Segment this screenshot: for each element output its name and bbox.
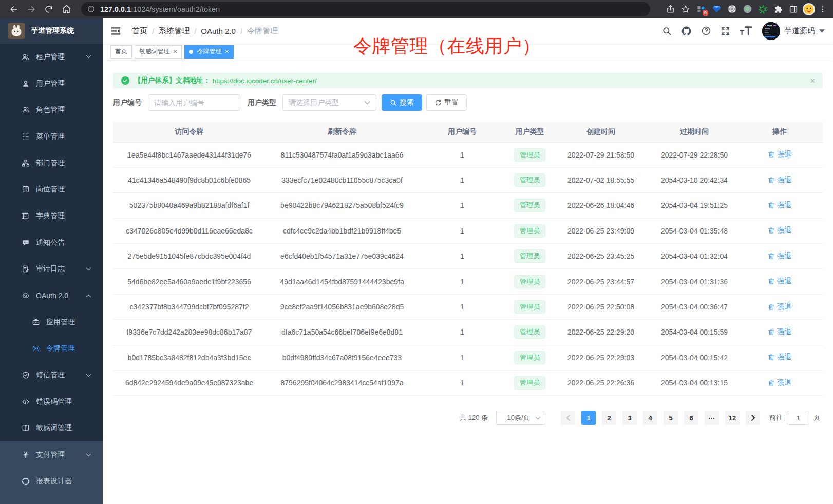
page-button-4[interactable]: 4 [643,411,657,425]
tab-1[interactable]: 敏感词管理✕ [135,45,182,59]
reset-button[interactable]: 重置 [426,94,467,111]
sidebar-item-14[interactable]: 敏感词管理 [0,415,103,442]
browser-menu-icon[interactable] [817,2,829,16]
user-caret-down-icon [819,29,825,33]
site-info-icon[interactable] [87,5,95,13]
refresh-token-cell: dfa6c71a50a54c66bef706ef9e6e8d81 [266,320,419,345]
user-type-badge: 管理员 [514,275,545,288]
sidebar-item-9[interactable]: OAuth 2.0 [0,282,103,309]
user-id-input[interactable] [148,94,240,111]
user-id-input-field[interactable] [154,99,234,107]
github-icon[interactable] [681,26,692,36]
tab-2[interactable]: 令牌管理✕ [184,45,233,59]
tab-close-icon[interactable]: ✕ [224,49,229,54]
page-button-5[interactable]: 5 [664,411,678,425]
access-token-cell: f9336e7c7dd242a283ee98dc86b17a87 [113,320,266,345]
user-menu[interactable]: 芋道源码 [762,22,825,40]
header-search-icon[interactable] [662,26,672,36]
user-type-badge: 管理员 [514,325,545,339]
breadcrumb-item-1[interactable]: 系统管理 [159,26,190,36]
sidebar-item-5[interactable]: 岗位管理 [0,176,103,203]
sidebar-item-2[interactable]: 角色管理 [0,96,103,123]
breadcrumb-separator: / [152,27,154,35]
alert-close-icon[interactable]: ✕ [810,77,816,85]
breadcrumb-item-2[interactable]: OAuth 2.0 [201,27,236,35]
extension-password-manager-icon[interactable]: 9 [693,2,709,16]
sidebar-item-7[interactable]: 通知公告 [0,229,103,256]
side-panel-icon[interactable] [786,2,801,16]
column-header-4: 创建时间 [554,122,648,142]
sidebar-item-1[interactable]: 用户管理 [0,70,103,97]
browser-home-icon[interactable] [58,2,75,16]
page-button-1[interactable]: 1 [581,411,596,425]
org-tree-icon [22,159,30,167]
sidebar-item-4[interactable]: 部门管理 [0,150,103,177]
pager-more-button[interactable]: ··· [705,411,719,425]
sidebar-collapse-icon[interactable] [111,27,125,35]
column-header-1: 刷新令牌 [266,122,419,142]
force-logout-button[interactable]: 强退 [768,378,791,387]
goto-page-input-field[interactable] [787,411,809,424]
tab-0[interactable]: 首页 [110,45,132,59]
dict-book-icon [22,212,30,220]
font-size-icon[interactable] [740,26,752,36]
prev-page-button[interactable] [561,411,575,425]
page-button-12[interactable]: 12 [725,411,740,425]
alert-doc-link[interactable]: https://doc.iocoder.cn/user-center/ [213,77,317,85]
force-logout-button[interactable]: 强退 [768,353,791,362]
force-logout-button[interactable]: 强退 [768,277,791,286]
page-button-2[interactable]: 2 [602,411,616,425]
sidebar-item-3[interactable]: 菜单管理 [0,123,103,150]
extensions-puzzle-icon[interactable] [770,2,786,16]
force-logout-button[interactable]: 强退 [768,327,791,337]
browser-forward-icon[interactable] [23,2,40,16]
page-button-3[interactable]: 3 [622,411,637,425]
help-icon[interactable] [701,26,711,36]
browser-reload-icon[interactable] [40,2,58,16]
user-type-select[interactable]: 请选择用户类型 [282,94,376,111]
page-size-select[interactable]: 10条/页 [496,411,545,425]
breadcrumb-item-0[interactable]: 首页 [132,26,147,36]
sidebar-item-16[interactable]: 报表设计器 [0,468,103,495]
force-logout-button[interactable]: 强退 [768,302,791,312]
sidebar-item-0[interactable]: 租户管理 [0,44,103,70]
access-token-cell: 502375b8040a469a9b82188afdf6af1f [113,193,266,218]
force-logout-button[interactable]: 强退 [768,150,791,159]
table-gutter [819,371,823,396]
share-icon[interactable] [662,2,678,16]
sidebar-item-11[interactable]: 令牌管理 [0,336,103,362]
sidebar-item-12[interactable]: 短信管理 [0,362,103,389]
sidebar-item-13[interactable]: 错误码管理 [0,389,103,415]
app-logo[interactable]: 芋道管理系统 [0,18,103,44]
extension-command-icon[interactable] [724,2,740,16]
user-type-cell: 管理员 [506,193,554,218]
tab-close-icon[interactable]: ✕ [173,49,177,54]
search-button[interactable]: 搜索 [382,94,422,111]
access-token-cell: c342377bf8b344799dcbf7bf095287f2 [113,294,266,319]
table-gutter [819,218,823,243]
page-button-6[interactable]: 6 [684,411,698,425]
access-token-cell: 275e5de9151045fe87cbdc395e004f4d [113,244,266,269]
force-logout-button[interactable]: 强退 [768,226,791,235]
address-bar[interactable]: 127.0.0.1:1024/system/oauth2/token [81,2,650,16]
profile-avatar-icon[interactable] [801,2,817,16]
browser-back-icon[interactable] [5,2,23,16]
force-logout-button[interactable]: 强退 [768,176,791,185]
table-header: 访问令牌刷新令牌用户编号用户类型创建时间过期时间操作 [113,122,823,142]
sidebar-item-10[interactable]: 应用管理 [0,309,103,336]
pagination: 共 120 条 10条/页 123456···12 前往 [113,411,823,425]
operation-cell: 强退 [741,320,819,345]
extension-recorder-icon[interactable] [740,2,755,16]
extension-star-doodle-icon[interactable] [755,2,770,16]
created-time-cell: 2022-06-26 18:04:46 [554,193,648,218]
force-logout-button[interactable]: 强退 [768,201,791,210]
bookmark-star-icon[interactable] [678,2,693,16]
force-logout-button[interactable]: 强退 [768,251,791,261]
next-page-button[interactable] [746,411,760,425]
sidebar-item-6[interactable]: 字典管理 [0,203,103,229]
sidebar-item-15[interactable]: 支付管理 [0,441,103,468]
sidebar-item-8[interactable]: 审计日志 [0,256,103,283]
goto-page-input[interactable] [787,411,809,425]
fullscreen-icon[interactable] [721,26,730,36]
extension-gem-icon[interactable] [709,2,724,16]
